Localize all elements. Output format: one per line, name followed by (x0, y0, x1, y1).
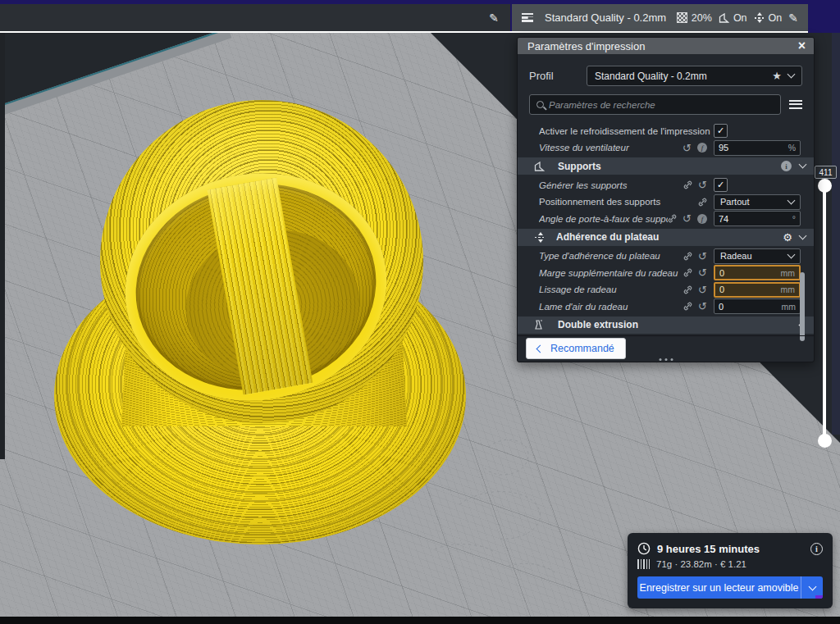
infill-value: 20% (692, 12, 712, 24)
support-angle-field: ° (714, 211, 801, 226)
raft-airgap-field: mm (714, 298, 801, 314)
link-icon (683, 252, 692, 261)
job-material-row: 71g · 23.82m · € 1.21 (637, 559, 823, 569)
chevron-down-icon (788, 250, 796, 258)
reset-icon[interactable]: ↺ (682, 143, 692, 153)
dual-extrusion-icon (534, 320, 546, 330)
profile-dropdown[interactable]: Standard Quality - 0.2mm ★ (587, 66, 802, 86)
raft-smoothing-input[interactable] (719, 285, 781, 294)
formula-icon: f (697, 143, 707, 153)
adhesion-type-dropdown[interactable]: Radeau (714, 248, 801, 264)
setting-label: Lissage de radeau (539, 285, 683, 294)
recommended-mode-button[interactable]: Recommandé (526, 338, 626, 359)
adhesion-state: On (769, 12, 783, 24)
save-to-removable-button[interactable]: Enregistrer sur un lecteur amovible (637, 576, 823, 599)
support-placement-dropdown[interactable]: Partout (714, 194, 801, 210)
print-settings-summary-bar[interactable]: Standard Quality - 0.2mm 20% On On ✎ (512, 4, 808, 31)
reset-icon[interactable]: ↺ (698, 285, 707, 295)
panel-titlebar: Paramètres d'impression × (518, 38, 814, 54)
raft-airgap-input[interactable] (719, 302, 782, 312)
panel-drag-handle[interactable] (659, 358, 673, 361)
reset-icon[interactable]: ↺ (698, 251, 707, 262)
raft-smoothing-field: mm (714, 282, 801, 298)
favorite-star-icon[interactable]: ★ (772, 70, 782, 82)
section-title: Supports (558, 161, 781, 172)
chevron-down-icon (788, 71, 796, 79)
print-settings-panel: Paramètres d'impression × Profil Standar… (517, 37, 815, 362)
chevron-down-icon (799, 161, 807, 169)
setting-label: Vitesse du ventilateur (539, 143, 682, 153)
formula-icon: f (697, 214, 707, 224)
supports-section-icon (534, 162, 546, 171)
section-title: Double extrusion (558, 319, 797, 330)
info-icon[interactable]: i (810, 543, 823, 555)
profile-value: Standard Quality - 0.2mm (595, 71, 765, 82)
window-bottom-edge (0, 617, 840, 624)
print-time-estimate: 9 heures 15 minutes (657, 543, 804, 555)
sliced-model-bell[interactable] (0, 33, 525, 574)
section-header-dual-extrusion[interactable]: Double extrusion (518, 317, 814, 334)
viewport-right-edge (832, 33, 840, 435)
link-icon (683, 180, 692, 189)
reset-icon[interactable]: ↺ (698, 180, 707, 190)
support-icon (719, 13, 729, 23)
summary-edit-pencil-icon[interactable]: ✎ (788, 12, 798, 24)
chevron-down-icon (788, 196, 796, 204)
unit-label: mm (781, 268, 796, 278)
layer-slider-handle-bottom[interactable] (818, 434, 832, 448)
link-icon (698, 198, 707, 207)
reset-icon[interactable]: ↺ (698, 301, 707, 312)
quality-layers-icon (522, 13, 533, 22)
section-title: Adhérence du plateau (556, 231, 783, 243)
setting-row-support-angle: Angle de porte-à-faux de support ↺ f ° (518, 210, 814, 227)
fan-speed-input[interactable] (719, 143, 788, 153)
infill-summary: 20% (677, 12, 712, 24)
reset-icon[interactable]: ↺ (698, 267, 707, 278)
support-generate-checkbox[interactable]: ✓ (714, 178, 728, 192)
setting-row-raft-margin: Marge supplémentaire du radeau ↺ mm (518, 264, 814, 281)
link-icon (683, 302, 692, 311)
panel-footer: Recommandé (518, 335, 814, 362)
edit-pencil-icon[interactable]: ✎ (489, 12, 499, 24)
gear-icon[interactable]: ⚙ (783, 232, 792, 243)
infill-icon (677, 12, 687, 23)
close-icon[interactable]: × (798, 39, 806, 52)
support-state: On (733, 12, 747, 24)
info-icon: i (781, 161, 792, 171)
clock-icon (637, 542, 651, 555)
unit-label: % (788, 143, 796, 153)
filter-menu-icon[interactable] (789, 100, 802, 109)
cooling-enable-checkbox[interactable]: ✓ (714, 124, 728, 138)
layer-slider-handle-top[interactable] (818, 179, 832, 193)
print-job-panel: 9 heures 15 minutes i 71g · 23.82m · € 1… (628, 533, 833, 608)
reset-icon[interactable]: ↺ (682, 213, 692, 224)
setting-label: Positionnement des supports (539, 197, 698, 207)
profile-summary-label: Standard Quality - 0.2mm (540, 11, 666, 24)
setting-row-raft-airgap: Lame d'air du radeau ↺ mm (518, 298, 814, 315)
chevron-down-icon (799, 231, 807, 239)
panel-body: Profil Standard Quality - 0.2mm ★ Active… (518, 54, 814, 335)
setting-row-raft-smoothing: Lissage de radeau ↺ mm (518, 281, 814, 298)
section-header-adhesion[interactable]: Adhérence du plateau ⚙ (518, 229, 814, 246)
raft-margin-input[interactable] (719, 268, 781, 278)
unit-label: mm (782, 302, 797, 312)
setting-label: Générer les supports (539, 180, 683, 190)
layer-slider-track[interactable] (823, 185, 826, 440)
recommended-label: Recommandé (550, 343, 614, 354)
profile-label: Profil (529, 70, 587, 82)
chevron-left-icon (536, 344, 545, 353)
search-input[interactable] (549, 100, 774, 110)
search-box[interactable] (529, 94, 781, 115)
search-row (518, 88, 814, 122)
link-icon (668, 214, 677, 223)
adhesion-summary: On (754, 12, 783, 24)
support-angle-input[interactable] (719, 214, 792, 224)
panel-scrollbar[interactable] (800, 272, 805, 341)
dropdown-value: Radeau (720, 251, 752, 261)
job-time-row: 9 heures 15 minutes i (637, 542, 823, 555)
profile-row: Profil Standard Quality - 0.2mm ★ (518, 61, 814, 88)
link-icon (683, 285, 692, 294)
support-summary: On (719, 12, 747, 24)
section-header-supports[interactable]: Supports i (518, 157, 814, 175)
setting-row-fan-speed: Vitesse du ventilateur ↺ f % (518, 139, 814, 157)
